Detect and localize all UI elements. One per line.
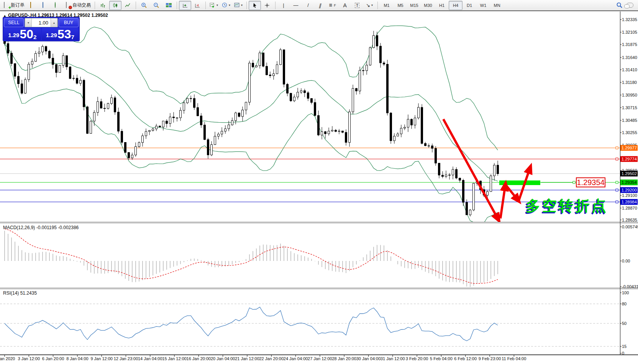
tile-windows-button[interactable]	[162, 1, 175, 10]
arrow-icon: ↘	[366, 2, 370, 8]
text-label-icon: T	[355, 3, 360, 8]
terminal-icon	[42, 2, 48, 8]
search-icon[interactable]	[616, 2, 623, 8]
indicators-button[interactable]: ▾	[208, 1, 220, 10]
rsi-tick-label: 80	[622, 302, 627, 306]
time-tick-label: 8 Jan 04:00	[66, 356, 89, 361]
price-callout-box[interactable]: 1.29354	[576, 177, 605, 187]
templates-button[interactable]: ▾	[232, 1, 244, 10]
sell-price-sup: 2	[33, 34, 36, 40]
sell-button[interactable]: SELL	[4, 18, 24, 27]
zoom-in-button[interactable]	[138, 1, 150, 10]
equidistant-channel-tool[interactable]: ∥	[313, 1, 328, 10]
time-tick-label: 3 Jan 12:00	[18, 356, 40, 361]
price-level-tag: 1.29502	[620, 171, 638, 177]
time-tick-label: 22 Jan 20:00	[259, 356, 284, 361]
sell-price-button[interactable]: 1.29 50 2	[4, 28, 41, 40]
periods-button[interactable]: ▾	[220, 1, 232, 10]
rsi-tick-label: 15	[622, 344, 627, 349]
candlestick-chart-icon	[113, 3, 118, 8]
price-tick-label: 1.31875	[622, 42, 637, 47]
price-level-tag: 1.29977	[620, 145, 638, 151]
buy-button[interactable]: BUY	[59, 18, 79, 27]
timeframe-w1[interactable]: W1	[476, 1, 490, 10]
macd-tick-label: 0.00	[622, 259, 630, 263]
cursor-tool-button[interactable]	[249, 1, 261, 10]
toolbar-separator	[205, 2, 206, 9]
chart-canvas	[0, 11, 638, 364]
bar-chart-button[interactable]	[97, 1, 109, 10]
price-tick-label: 1.28635	[622, 218, 637, 222]
toolbar-separator	[177, 2, 177, 9]
buy-price-button[interactable]: 1.29 53 7	[42, 28, 79, 40]
autotrading-button[interactable]: 自动交易	[63, 1, 93, 10]
price-tick-label: 1.31410	[622, 67, 637, 72]
annotation-text: 多空转折点	[526, 196, 608, 216]
horizontal-line-tool[interactable]: —	[290, 1, 302, 10]
timeframe-d1[interactable]: D1	[463, 1, 476, 10]
price-tick-label: 1.28870	[622, 206, 637, 210]
timeframe-h4[interactable]: H4	[449, 1, 463, 10]
timeframe-m1[interactable]: M1	[380, 1, 394, 10]
chevron-down-icon: ▾	[371, 3, 373, 7]
fibonacci-tool[interactable]: ≣F	[326, 1, 339, 10]
volume-decrease-button[interactable]: ▼	[25, 18, 32, 27]
timeframe-m5[interactable]: M5	[394, 1, 407, 10]
toolbar-separator	[275, 2, 276, 9]
trendline-tool[interactable]: /	[302, 1, 314, 10]
rsi-tick-label: 50	[622, 321, 627, 326]
chart-shift-button[interactable]	[191, 1, 203, 10]
time-tick-label: 12 Jan 23:00	[114, 356, 138, 361]
autotrading-icon	[65, 2, 71, 8]
price-level-tag: 1.28984	[620, 199, 638, 205]
macd-tick-label: -0.004319	[622, 284, 638, 289]
time-tick-label: 30 Jan 04:00	[356, 356, 381, 361]
time-tick-label: 16 Jan 20:00	[187, 356, 211, 361]
candlestick-chart-button[interactable]	[109, 1, 121, 10]
timeframe-h1[interactable]: H1	[435, 1, 449, 10]
auto-scroll-icon	[182, 3, 188, 8]
chat-icon[interactable]	[627, 3, 633, 8]
new-order-button[interactable]: 新订单	[2, 1, 26, 10]
price-tick-label: 1.31640	[622, 55, 637, 60]
price-level-tag: 1.29354	[620, 180, 638, 185]
toolbar-separator	[246, 2, 247, 9]
timeframe-m15[interactable]: M15	[407, 1, 421, 10]
crosshair-icon	[264, 3, 270, 8]
toolbar-separator	[136, 2, 136, 9]
toolbar-separator	[95, 2, 95, 9]
main-pane	[0, 26, 620, 223]
mt4-terminal: 新订单 自动交易 ▾	[0, 0, 638, 364]
sell-price-big: 50	[20, 28, 33, 40]
timeframe-mn[interactable]: MN	[490, 1, 504, 10]
price-tick-label: 1.29100	[622, 193, 637, 198]
terminal-button[interactable]	[39, 1, 51, 10]
crosshair-tool-button[interactable]	[261, 1, 273, 10]
time-tick-label: 15 Jan 12:00	[162, 356, 187, 361]
line-chart-button[interactable]	[121, 1, 134, 10]
text-label-tool[interactable]: T	[351, 1, 363, 10]
metaeditor-button[interactable]	[26, 1, 39, 10]
new-order-label: 新订单	[11, 2, 25, 8]
arrows-tool[interactable]: ↘▾	[363, 1, 376, 10]
one-click-trading-panel: SELL ▼ 1.00 ▲ BUY 1.29 50 2 1.29 53 7	[3, 17, 79, 41]
rsi-pane	[0, 304, 620, 346]
time-tick-label: 9 Jan 12:00	[90, 356, 113, 361]
data-window-button[interactable]	[51, 1, 63, 10]
chevron-down-icon: ▾	[216, 3, 218, 7]
macd-pane	[5, 229, 498, 287]
volume-increase-button[interactable]: ▲	[51, 18, 57, 27]
volume-value[interactable]: 1.00	[32, 20, 51, 26]
indicators-icon	[210, 2, 215, 8]
auto-scroll-button[interactable]	[179, 1, 191, 10]
macd-label: MACD(12,26,9) -0.001195 -0.002386	[3, 225, 79, 230]
vertical-line-tool[interactable]: |	[277, 1, 290, 10]
zoom-out-button[interactable]	[150, 1, 162, 10]
timeframe-group: M1M5M15M30H1H4D1W1MN	[380, 1, 504, 10]
time-tick-label: 11 Feb 04:00	[502, 356, 526, 361]
time-tick-label: 31 Jan 12:00	[381, 356, 405, 361]
price-tick-label: 1.30950	[622, 93, 637, 97]
timeframe-m30[interactable]: M30	[421, 1, 435, 10]
text-tool[interactable]: A	[339, 1, 351, 10]
chart-window: ▲GBPUSD-,H4 1.29613 1.29614 1.29502 1.29…	[0, 11, 638, 364]
